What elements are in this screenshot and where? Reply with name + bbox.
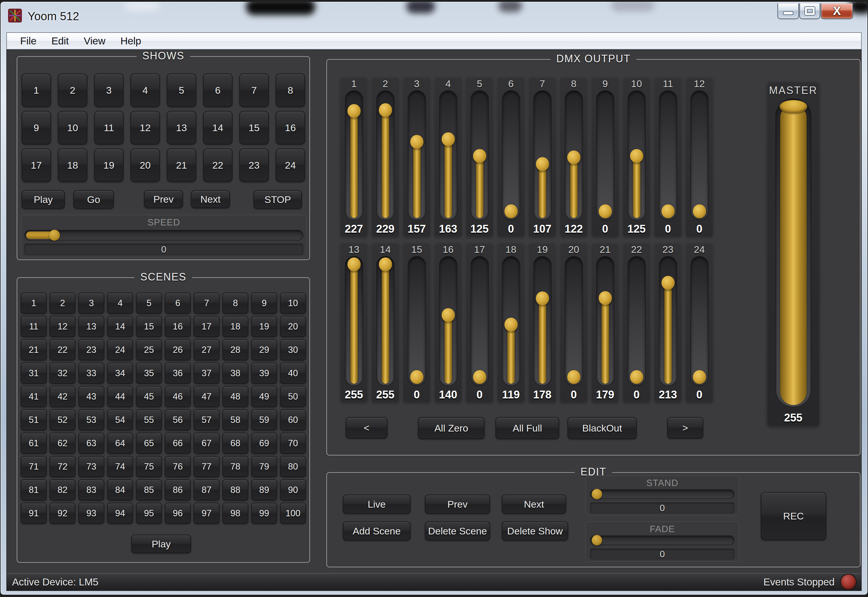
fader-knob[interactable] — [693, 204, 706, 218]
scene-button-3[interactable]: 3 — [79, 293, 104, 313]
fader-knob[interactable] — [504, 318, 518, 331]
scene-button-31[interactable]: 31 — [21, 362, 47, 384]
fader-knob[interactable] — [410, 370, 424, 384]
master-fader-knob[interactable] — [779, 100, 807, 113]
channel-fader-17[interactable] — [470, 256, 489, 386]
scene-button-36[interactable]: 36 — [165, 362, 191, 384]
scene-button-86[interactable]: 86 — [165, 480, 191, 500]
fader-knob[interactable] — [598, 291, 612, 305]
scene-button-15[interactable]: 15 — [136, 316, 162, 337]
channel-fader-3[interactable] — [407, 90, 426, 220]
fader-knob[interactable] — [347, 257, 361, 271]
delete-scene-button[interactable]: Delete Scene — [425, 521, 490, 541]
scene-button-12[interactable]: 12 — [50, 316, 76, 337]
show-button-21[interactable]: 21 — [167, 149, 196, 182]
channel-fader-9[interactable] — [596, 90, 615, 220]
shows-play-button[interactable]: Play — [22, 190, 65, 209]
scene-button-23[interactable]: 23 — [79, 339, 104, 360]
scene-button-65[interactable]: 65 — [136, 433, 162, 454]
stand-slider[interactable] — [590, 489, 735, 499]
scene-button-57[interactable]: 57 — [194, 409, 219, 431]
channel-fader-4[interactable] — [439, 90, 458, 220]
channel-fader-5[interactable] — [470, 90, 489, 220]
scene-button-6[interactable]: 6 — [165, 293, 191, 313]
scene-button-46[interactable]: 46 — [165, 386, 191, 407]
dmx-page-prev-button[interactable]: < — [346, 417, 388, 438]
channel-fader-18[interactable] — [502, 256, 520, 386]
show-button-4[interactable]: 4 — [130, 74, 160, 107]
scene-button-69[interactable]: 69 — [251, 433, 277, 454]
fader-knob[interactable] — [441, 132, 455, 146]
scene-button-34[interactable]: 34 — [107, 362, 133, 384]
fade-slider[interactable] — [590, 535, 735, 545]
scene-button-66[interactable]: 66 — [165, 433, 191, 454]
scene-button-43[interactable]: 43 — [79, 386, 104, 407]
scene-button-62[interactable]: 62 — [50, 433, 76, 454]
scene-button-70[interactable]: 70 — [280, 433, 306, 454]
scene-button-4[interactable]: 4 — [107, 293, 133, 313]
scene-button-47[interactable]: 47 — [194, 386, 219, 407]
show-button-1[interactable]: 1 — [22, 74, 51, 107]
scene-button-80[interactable]: 80 — [280, 456, 306, 477]
scene-button-98[interactable]: 98 — [222, 503, 248, 524]
scene-button-81[interactable]: 81 — [21, 480, 47, 500]
channel-fader-2[interactable] — [376, 90, 395, 220]
fader-knob[interactable] — [693, 370, 706, 384]
scene-button-51[interactable]: 51 — [21, 409, 47, 431]
channel-fader-8[interactable] — [564, 90, 583, 220]
show-button-12[interactable]: 12 — [130, 111, 160, 144]
scene-button-48[interactable]: 48 — [222, 386, 248, 407]
channel-fader-12[interactable] — [690, 90, 709, 220]
show-button-7[interactable]: 7 — [239, 74, 269, 107]
fader-knob[interactable] — [504, 204, 518, 218]
show-button-3[interactable]: 3 — [94, 74, 124, 107]
scene-button-42[interactable]: 42 — [50, 386, 76, 407]
channel-fader-22[interactable] — [627, 256, 646, 386]
fader-knob[interactable] — [630, 370, 643, 384]
menu-edit[interactable]: Edit — [44, 35, 76, 47]
all-full-button[interactable]: All Full — [496, 417, 559, 439]
channel-fader-14[interactable] — [376, 256, 395, 386]
fader-knob[interactable] — [536, 157, 549, 171]
scene-button-79[interactable]: 79 — [251, 456, 277, 477]
scene-button-30[interactable]: 30 — [280, 339, 306, 360]
show-button-24[interactable]: 24 — [276, 149, 305, 182]
scene-button-73[interactable]: 73 — [79, 456, 104, 477]
show-button-10[interactable]: 10 — [58, 111, 87, 144]
speed-slider[interactable] — [24, 230, 304, 241]
scene-button-35[interactable]: 35 — [136, 362, 162, 384]
channel-fader-19[interactable] — [533, 256, 552, 386]
scene-button-94[interactable]: 94 — [107, 503, 133, 524]
scene-button-9[interactable]: 9 — [251, 293, 277, 313]
scene-button-44[interactable]: 44 — [107, 386, 133, 407]
scene-button-38[interactable]: 38 — [222, 362, 248, 384]
scene-button-8[interactable]: 8 — [222, 293, 248, 313]
scene-button-83[interactable]: 83 — [79, 480, 104, 500]
all-zero-button[interactable]: All Zero — [418, 417, 484, 439]
scene-button-32[interactable]: 32 — [50, 362, 76, 384]
fader-knob[interactable] — [661, 204, 675, 218]
channel-fader-16[interactable] — [439, 256, 458, 386]
scene-button-52[interactable]: 52 — [50, 409, 76, 431]
fader-knob[interactable] — [598, 204, 612, 218]
scene-button-97[interactable]: 97 — [194, 503, 219, 524]
channel-fader-20[interactable] — [564, 256, 583, 386]
scene-button-14[interactable]: 14 — [107, 316, 133, 337]
shows-go-button[interactable]: Go — [74, 190, 114, 209]
scene-button-84[interactable]: 84 — [107, 480, 133, 500]
scene-button-76[interactable]: 76 — [165, 456, 191, 477]
fader-knob[interactable] — [473, 370, 486, 384]
show-button-13[interactable]: 13 — [167, 111, 196, 144]
scene-button-87[interactable]: 87 — [194, 480, 219, 500]
scene-button-63[interactable]: 63 — [79, 433, 104, 454]
live-button[interactable]: Live — [343, 495, 410, 514]
show-button-6[interactable]: 6 — [203, 74, 233, 107]
scene-button-89[interactable]: 89 — [251, 480, 277, 500]
scene-button-60[interactable]: 60 — [280, 409, 306, 431]
scene-button-2[interactable]: 2 — [50, 293, 76, 313]
channel-fader-7[interactable] — [533, 90, 552, 220]
scene-button-16[interactable]: 16 — [165, 316, 191, 337]
fader-knob[interactable] — [410, 135, 424, 149]
scene-button-95[interactable]: 95 — [136, 503, 162, 524]
channel-fader-13[interactable] — [345, 256, 363, 386]
